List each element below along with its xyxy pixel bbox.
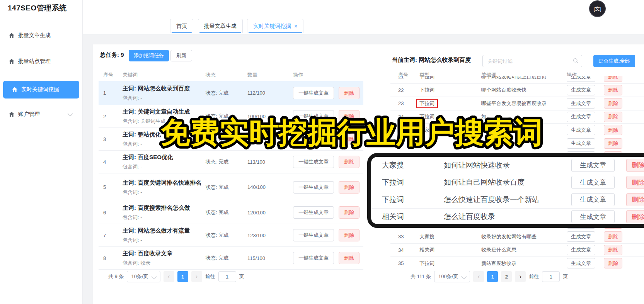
delete-button[interactable]: 删除	[604, 98, 622, 109]
keyword-type: 大家搜	[382, 160, 444, 170]
delete-button[interactable]: 删除	[626, 193, 644, 206]
keyword-text: 哪个网站百度收录快	[481, 87, 567, 93]
keyword-text: 怎么让百度收录	[444, 212, 571, 222]
generate-article-button[interactable]: 生成文章	[567, 112, 595, 122]
table-row[interactable]: 8 主词: 百度收录文章 包含词: 收录 状态: 完成 115/100 一键生成…	[99, 247, 363, 270]
generate-article-button[interactable]: 生成文章	[567, 258, 595, 268]
delete-button[interactable]: 删除	[604, 76, 622, 82]
table-row[interactable]: 4 主词: 百度SEO优化 包含词: - 状态: 完成 113/100 一键生成…	[99, 151, 363, 173]
row-no: 3	[103, 136, 123, 142]
generate-articles-button[interactable]: 一键生成文章	[293, 229, 334, 241]
refresh-button[interactable]: 刷新	[170, 50, 192, 61]
generate-article-button[interactable]: 生成文章	[567, 85, 595, 95]
home-icon	[12, 87, 18, 93]
task-title: 主词: 百度SEO优化	[123, 153, 206, 161]
add-task-button[interactable]: 添加挖词任务	[129, 50, 169, 61]
prev-page-button[interactable]: ‹	[164, 271, 174, 282]
delete-button[interactable]: 删除	[604, 231, 622, 242]
generate-article-button[interactable]: 生成文章	[567, 231, 595, 242]
generate-articles-button[interactable]: 一键生成文章	[293, 133, 334, 145]
page-button-1[interactable]: 1	[177, 271, 188, 282]
delete-button[interactable]: 删除	[339, 156, 359, 168]
next-page-button[interactable]: ›	[515, 271, 526, 282]
delete-button[interactable]: 删除	[604, 258, 622, 268]
delete-button[interactable]: 删除	[339, 252, 359, 264]
prev-page-button[interactable]: ‹	[473, 271, 484, 282]
float-widget-icon[interactable]: [文]	[589, 0, 606, 17]
task-status: 状态: 完成	[206, 136, 247, 143]
generate-articles-button[interactable]: 一键生成文章	[293, 156, 334, 168]
generate-articles-button[interactable]: 一键生成文章	[293, 110, 334, 122]
generate-articles-button[interactable]: 一键生成文章	[293, 252, 334, 264]
delete-button[interactable]: 删除	[604, 125, 622, 135]
delete-button[interactable]: 删除	[626, 159, 644, 172]
delete-button[interactable]: 删除	[339, 87, 359, 99]
task-status: 状态: 完成	[206, 232, 247, 239]
table-row[interactable]: 2 主词: 关键词文章自动生成 包含词: 关键词生成 状态: 完成 100/10…	[99, 105, 363, 128]
sidebar-item-account[interactable]: 账户管理	[0, 107, 82, 122]
generate-article-button[interactable]: 生成文章	[571, 210, 615, 223]
delete-button[interactable]: 删除	[339, 181, 359, 194]
delete-button[interactable]: 删除	[339, 206, 359, 219]
generate-all-button[interactable]: 是否生成:全部	[593, 55, 635, 67]
tab-home[interactable]: 首页	[170, 19, 193, 33]
table-row[interactable]: 3 主词: 整站优化 包含词: - 状态: 完成 一键生成文章 删除	[99, 128, 363, 151]
generate-article-button[interactable]: 生成文章	[567, 125, 595, 135]
row-no: 24	[398, 114, 419, 120]
generate-articles-button[interactable]: 一键生成文章	[293, 87, 334, 99]
keyword-filter-input[interactable]	[482, 55, 582, 67]
page-size-select[interactable]: 10条/页	[127, 271, 160, 282]
table-row[interactable]: 6 主词: 百度搜索排名怎么做 包含词: - 状态: 完成 120/100 一键…	[99, 201, 363, 224]
task-subtitle: 包含词: -	[123, 95, 206, 102]
tab-article-gen[interactable]: 批量文章生成	[198, 19, 243, 33]
delete-button[interactable]: 删除	[604, 245, 622, 255]
generate-article-button[interactable]: 生成文章	[571, 176, 615, 189]
task-subtitle: 包含词: -	[123, 214, 206, 221]
total-count: 共 111 条	[411, 273, 431, 280]
delete-button[interactable]: 删除	[626, 176, 644, 189]
task-status: 状态: 完成	[206, 184, 247, 191]
row-no: 2	[103, 114, 123, 119]
delete-button[interactable]: 删除	[604, 85, 622, 95]
next-page-button[interactable]: ›	[191, 271, 202, 282]
tab-label: 首页	[176, 23, 187, 30]
generate-article-button[interactable]: 生成文章	[571, 159, 615, 172]
sidebar-item-site-mgmt[interactable]: 批量站点管理	[0, 54, 82, 69]
generate-article-button[interactable]: 生成文章	[567, 245, 595, 255]
table-row[interactable]: 7 主词: 网站怎么做才有流量 包含词: - 状态: 完成 123/100 一键…	[99, 224, 363, 247]
table-row[interactable]: 1 主词: 网站怎么收录到百度 包含词: - 状态: 完成 112/100 一键…	[99, 81, 363, 105]
tab-keyword-mining[interactable]: 实时关键词挖掘 ×	[247, 19, 303, 33]
task-qty: 100/100	[247, 114, 293, 119]
delete-button[interactable]: 删除	[626, 210, 644, 223]
generate-article-button[interactable]: 生成文章	[567, 98, 595, 109]
keyword-text: 如何让自己网站收录百度	[444, 177, 571, 187]
delete-button[interactable]: 删除	[339, 133, 359, 145]
generate-articles-button[interactable]: 一键生成文章	[293, 181, 334, 194]
page-button-1[interactable]: 1	[487, 271, 498, 282]
row-no: 4	[103, 159, 123, 165]
delete-button[interactable]: 删除	[339, 229, 359, 241]
generate-article-button[interactable]: 生成文章	[567, 76, 595, 82]
goto-page-input[interactable]	[218, 271, 236, 282]
delete-button[interactable]: 删除	[604, 112, 622, 122]
goto-page-input[interactable]	[542, 271, 560, 282]
page-size-select[interactable]: 100条/页	[434, 271, 470, 282]
home-icon	[9, 111, 15, 117]
generate-article-button[interactable]: 生成文章	[571, 193, 615, 206]
generate-articles-button[interactable]: 一键生成文章	[293, 206, 334, 219]
table-row[interactable]: 5 主词: 百度关键词排名快速排名 包含词: - 状态: 完成 140/100 …	[99, 173, 363, 201]
page-button-2[interactable]: 2	[501, 271, 512, 282]
generate-article-button[interactable]: 生成文章	[567, 138, 595, 149]
task-title: 主词: 整站优化	[123, 131, 206, 138]
row-no: 8	[103, 255, 123, 261]
delete-button[interactable]: 删除	[339, 110, 359, 122]
row-no: 34	[398, 247, 419, 253]
sidebar-item-article-gen[interactable]: 批量文章生成	[0, 28, 82, 43]
keyword-filter-field	[482, 55, 582, 67]
inset-row: 下拉词 怎么快速让百度收录一个新站 生成文章 删除	[371, 191, 644, 209]
table-row: 34 相关词 收录是什么意思 生成文章 删除	[390, 244, 644, 257]
sidebar-item-keyword-mining[interactable]: 实时关键词挖掘	[3, 81, 79, 99]
delete-button[interactable]: 删除	[604, 138, 622, 149]
close-icon[interactable]: ×	[294, 23, 297, 29]
tab-underline	[172, 32, 192, 33]
